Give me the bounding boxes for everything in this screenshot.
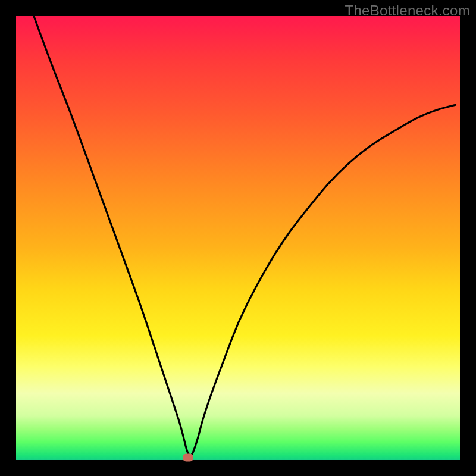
chart-frame: TheBottleneck.com xyxy=(0,0,476,476)
curve-svg xyxy=(16,16,460,460)
optimum-marker xyxy=(183,454,193,462)
bottleneck-curve xyxy=(34,16,456,456)
watermark-text: TheBottleneck.com xyxy=(345,2,470,19)
